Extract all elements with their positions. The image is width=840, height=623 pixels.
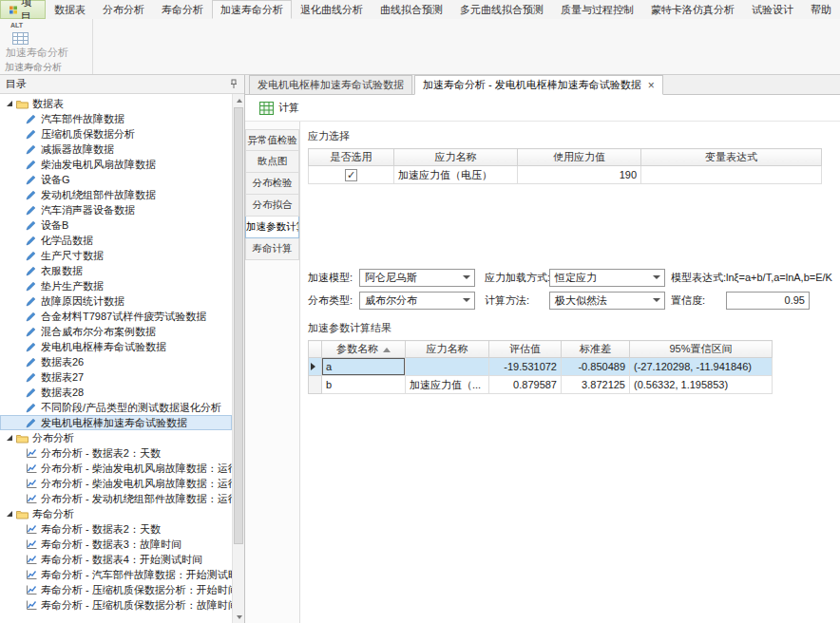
results-col-header[interactable]: 应力名称 [406, 341, 489, 358]
results-cell-estimate[interactable]: 0.879587 [489, 376, 562, 394]
step-tab[interactable]: 分布拟合 [245, 195, 299, 217]
menu-file-tab[interactable]: 项目 [0, 0, 46, 19]
results-cell-param[interactable]: b [322, 376, 406, 394]
stress-use-checkbox[interactable]: ✓ [345, 169, 357, 181]
calc-method-select[interactable]: 极大似然法 [549, 292, 665, 310]
results-cell-stderr[interactable]: 3.872125 [562, 376, 630, 394]
tree-item[interactable]: 数据表28 [0, 385, 232, 400]
stress-col-header[interactable]: 是否选用 [309, 149, 394, 166]
document-toolbar: 计算 [245, 95, 840, 122]
pin-icon[interactable] [229, 79, 239, 89]
results-cell-stress[interactable]: 加速应力值（... [406, 376, 489, 394]
tree-item[interactable]: 垫片生产数据 [0, 278, 232, 293]
pencil-icon [25, 129, 37, 140]
step-tab[interactable]: 寿命计算 [245, 238, 299, 260]
tree-folder[interactable]: 分布分析 [0, 430, 232, 445]
results-col-header[interactable]: 95%置信区间 [630, 341, 773, 358]
results-col-header[interactable]: 参数名称 [322, 341, 406, 358]
tree-item[interactable]: 生产尺寸数据 [0, 248, 232, 263]
tree-item[interactable]: 寿命分析 - 压缩机质保数据分析：开始时间 [0, 582, 232, 597]
menu-tab[interactable]: 寿命分析 [153, 0, 212, 19]
tree-item[interactable]: 发电机电枢棒寿命试验数据 [0, 339, 232, 354]
tree-folder[interactable]: 寿命分析 [0, 506, 232, 521]
tree-item[interactable]: 寿命分析 - 汽车部件故障数据：开始测试时间 [0, 567, 232, 582]
menu-tab[interactable]: 蒙特卡洛仿真分析 [642, 0, 743, 19]
scroll-down-icon[interactable] [233, 611, 245, 623]
menu-tab[interactable]: 试验设计 [743, 0, 802, 19]
results-cell-param[interactable]: a [322, 358, 406, 376]
stress-col-header[interactable]: 变量表达式 [641, 149, 822, 166]
stress-loading-select[interactable]: 恒定应力 [549, 269, 665, 287]
calculate-button[interactable]: 计算 [252, 97, 307, 119]
explorer-scrollbar[interactable] [232, 94, 244, 623]
step-tab[interactable]: 分布检验 [245, 173, 299, 195]
tree-item-label: 数据表26 [41, 355, 84, 369]
menu-tab[interactable]: 退化曲线分析 [292, 0, 372, 19]
tree-item[interactable]: 衣服数据 [0, 263, 232, 278]
tree-item[interactable]: 混合威布尔分布案例数据 [0, 324, 232, 339]
menu-tab[interactable]: 加速寿命分析 [212, 0, 292, 19]
tree-item[interactable]: 数据表26 [0, 354, 232, 369]
step-tab[interactable]: 加速参数计算 [245, 217, 299, 238]
expander-icon[interactable] [7, 435, 12, 441]
tree-folder[interactable]: 数据表 [0, 96, 232, 111]
menu-tab[interactable]: 分布分析 [94, 0, 153, 19]
tree-item[interactable]: 汽车消声器设备数据 [0, 202, 232, 217]
results-cell-stderr[interactable]: -0.850489 [562, 358, 630, 376]
step-tab[interactable]: 散点图 [245, 151, 299, 173]
tree-item[interactable]: 发动机绕组部件故障数据 [0, 187, 232, 202]
distribution-type-select[interactable]: 威布尔分布 [359, 292, 475, 310]
row-header[interactable] [309, 376, 322, 394]
close-icon[interactable]: × [648, 81, 655, 90]
tree-item[interactable]: 设备G [0, 172, 232, 187]
results-col-header[interactable]: 标准差 [562, 341, 630, 358]
tree-item[interactable]: 设备B [0, 217, 232, 233]
row-header[interactable] [309, 358, 322, 376]
confidence-input[interactable]: 0.95 [726, 292, 810, 310]
stress-cell-name[interactable]: 加速应力值（电压） [394, 166, 518, 184]
tree-item[interactable]: 故障原因统计数据 [0, 293, 232, 309]
tree-item[interactable]: 合金材料T7987试样件疲劳试验数据 [0, 309, 232, 324]
tree-item[interactable]: 数据表27 [0, 369, 232, 385]
tree-item[interactable]: 分布分析 - 发动机绕组部件故障数据：运行时间 [0, 491, 232, 506]
results-col-header[interactable]: 评估值 [489, 341, 562, 358]
stress-cell-value[interactable]: 190 [518, 166, 641, 184]
menu-tab[interactable]: 曲线拟合预测 [372, 0, 451, 19]
accel-model-select[interactable]: 阿仑尼乌斯 [359, 269, 475, 287]
stress-cell-expression[interactable] [641, 166, 822, 184]
expander-icon[interactable] [7, 101, 12, 106]
tree-item[interactable]: 分布分析 - 柴油发电机风扇故障数据：运行时间（小时） [0, 461, 232, 476]
menu-tab[interactable]: 质量与过程控制 [552, 0, 642, 19]
results-cell-estimate[interactable]: -19.531072 [489, 358, 562, 376]
tree-item[interactable]: 化学品数据 [0, 233, 232, 248]
tree-item[interactable]: 不同阶段/产品类型的测试数据退化分析 [0, 400, 232, 415]
tree-item[interactable]: 寿命分析 - 数据表2：天数 [0, 521, 232, 537]
tree-item-label: 寿命分析 - 数据表4：开始测试时间 [41, 553, 202, 567]
document-tab[interactable]: 发电机电枢棒加速寿命试验数据 [249, 75, 412, 94]
scroll-up-icon[interactable] [233, 94, 245, 106]
menu-tab[interactable]: 帮助 [802, 0, 840, 19]
results-cell-ci[interactable]: (0.56332, 1.195853) [630, 376, 773, 394]
tree-item[interactable]: 柴油发电机风扇故障数据 [0, 157, 232, 172]
results-cell-ci[interactable]: (-27.120298, -11.941846) [630, 358, 773, 376]
tree-item[interactable]: 寿命分析 - 压缩机质保数据分析：故障时间 [0, 597, 232, 613]
tree-item[interactable]: 汽车部件故障数据 [0, 111, 232, 126]
tree-item[interactable]: 减振器故障数据 [0, 142, 232, 157]
menu-tab[interactable]: 多元曲线拟合预测 [451, 0, 552, 19]
pencil-icon [25, 266, 37, 276]
menu-tab[interactable]: 数据表 [46, 0, 94, 19]
stress-col-header[interactable]: 使用应力值 [518, 149, 641, 166]
tree-item[interactable]: 分布分析 - 数据表2：天数 [0, 445, 232, 461]
step-tab[interactable]: 异常值检验 [245, 129, 299, 151]
document-tab[interactable]: 加速寿命分析 - 发电机电枢棒加速寿命试验数据× [414, 75, 663, 95]
tree-item[interactable]: 压缩机质保数据分析 [0, 126, 232, 142]
stress-col-header[interactable]: 应力名称 [394, 149, 518, 166]
results-cell-stress[interactable] [406, 358, 489, 376]
tree-item[interactable]: 寿命分析 - 数据表3：故障时间 [0, 537, 232, 552]
accel-life-analysis-button[interactable]: ALT 加速寿命分析 [4, 21, 88, 61]
tree-item[interactable]: 寿命分析 - 数据表4：开始测试时间 [0, 552, 232, 567]
scrollbar-thumb[interactable] [234, 107, 243, 544]
tree-item[interactable]: 分布分析 - 柴油发电机风扇故障数据：运行时间（小时） [0, 476, 232, 491]
expander-icon[interactable] [7, 511, 12, 517]
tree-item[interactable]: 发电机电枢棒加速寿命试验数据 [0, 415, 232, 430]
